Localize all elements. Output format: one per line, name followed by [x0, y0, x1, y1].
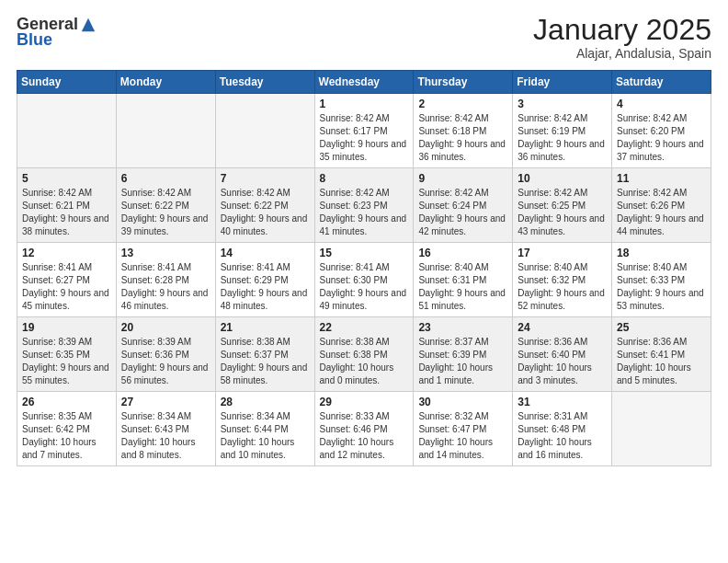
calendar-day: 10Sunrise: 8:42 AM Sunset: 6:25 PM Dayli… — [513, 168, 612, 243]
day-number: 1 — [320, 98, 409, 110]
day-info: Sunrise: 8:34 AM Sunset: 6:43 PM Dayligh… — [121, 410, 210, 462]
day-number: 30 — [418, 396, 507, 408]
day-info: Sunrise: 8:42 AM Sunset: 6:21 PM Dayligh… — [22, 187, 111, 238]
calendar-day: 30Sunrise: 8:32 AM Sunset: 6:47 PM Dayli… — [414, 392, 513, 466]
header-sunday: Sunday — [17, 71, 117, 94]
day-number: 13 — [121, 247, 210, 259]
day-info: Sunrise: 8:31 AM Sunset: 6:48 PM Dayligh… — [518, 410, 607, 462]
day-number: 21 — [221, 321, 310, 334]
day-info: Sunrise: 8:41 AM Sunset: 6:27 PM Dayligh… — [22, 261, 111, 313]
day-number: 11 — [617, 172, 706, 185]
page: General Blue January 2025 Alajar, Andalu… — [0, 0, 728, 563]
calendar-day: 19Sunrise: 8:39 AM Sunset: 6:35 PM Dayli… — [17, 317, 117, 392]
calendar-day: 25Sunrise: 8:36 AM Sunset: 6:41 PM Dayli… — [612, 317, 711, 392]
header-thursday: Thursday — [414, 71, 513, 94]
day-info: Sunrise: 8:41 AM Sunset: 6:29 PM Dayligh… — [221, 261, 310, 313]
day-number: 23 — [418, 321, 507, 334]
day-info: Sunrise: 8:42 AM Sunset: 6:18 PM Dayligh… — [418, 112, 507, 164]
day-info: Sunrise: 8:38 AM Sunset: 6:37 PM Dayligh… — [221, 336, 310, 387]
calendar-week-row: 19Sunrise: 8:39 AM Sunset: 6:35 PM Dayli… — [17, 317, 711, 392]
day-info: Sunrise: 8:41 AM Sunset: 6:28 PM Dayligh… — [121, 261, 210, 313]
calendar-day: 9Sunrise: 8:42 AM Sunset: 6:24 PM Daylig… — [414, 168, 513, 243]
calendar-day: 15Sunrise: 8:41 AM Sunset: 6:30 PM Dayli… — [314, 243, 414, 317]
calendar-day: 29Sunrise: 8:33 AM Sunset: 6:46 PM Dayli… — [314, 392, 414, 466]
day-info: Sunrise: 8:42 AM Sunset: 6:17 PM Dayligh… — [320, 112, 409, 164]
day-info: Sunrise: 8:32 AM Sunset: 6:47 PM Dayligh… — [418, 410, 507, 462]
logo: General Blue — [17, 15, 97, 50]
day-number: 9 — [418, 172, 507, 185]
day-number: 8 — [320, 172, 409, 185]
calendar-day: 17Sunrise: 8:40 AM Sunset: 6:32 PM Dayli… — [513, 243, 612, 317]
header-monday: Monday — [116, 71, 215, 94]
day-number: 3 — [518, 98, 607, 110]
calendar-day: 21Sunrise: 8:38 AM Sunset: 6:37 PM Dayli… — [215, 317, 314, 392]
calendar-day: 5Sunrise: 8:42 AM Sunset: 6:21 PM Daylig… — [17, 168, 117, 243]
day-number: 28 — [221, 396, 310, 408]
day-number: 14 — [221, 247, 310, 259]
day-info: Sunrise: 8:41 AM Sunset: 6:30 PM Dayligh… — [320, 261, 409, 313]
header-wednesday: Wednesday — [314, 71, 414, 94]
calendar-day: 3Sunrise: 8:42 AM Sunset: 6:19 PM Daylig… — [513, 94, 612, 168]
header-tuesday: Tuesday — [215, 71, 314, 94]
calendar-day: 20Sunrise: 8:39 AM Sunset: 6:36 PM Dayli… — [116, 317, 215, 392]
day-number: 22 — [320, 321, 409, 334]
day-number: 20 — [121, 321, 210, 334]
day-info: Sunrise: 8:42 AM Sunset: 6:26 PM Dayligh… — [617, 187, 706, 238]
weekday-header-row: Sunday Monday Tuesday Wednesday Thursday… — [17, 71, 711, 94]
logo-blue-text: Blue — [17, 30, 52, 50]
calendar-week-row: 5Sunrise: 8:42 AM Sunset: 6:21 PM Daylig… — [17, 168, 711, 243]
day-info: Sunrise: 8:40 AM Sunset: 6:31 PM Dayligh… — [418, 261, 507, 313]
calendar-day — [116, 94, 215, 168]
calendar-day — [17, 94, 117, 168]
calendar-week-row: 1Sunrise: 8:42 AM Sunset: 6:17 PM Daylig… — [17, 94, 711, 168]
day-number: 18 — [617, 247, 706, 259]
logo-icon — [80, 17, 97, 33]
day-info: Sunrise: 8:42 AM Sunset: 6:23 PM Dayligh… — [320, 187, 409, 238]
header-saturday: Saturday — [612, 71, 711, 94]
header-friday: Friday — [513, 71, 612, 94]
calendar-day: 16Sunrise: 8:40 AM Sunset: 6:31 PM Dayli… — [414, 243, 513, 317]
day-number: 15 — [320, 247, 409, 259]
day-info: Sunrise: 8:34 AM Sunset: 6:44 PM Dayligh… — [221, 410, 310, 462]
day-number: 24 — [518, 321, 607, 334]
title-area: January 2025 Alajar, Andalusia, Spain — [533, 15, 711, 61]
day-number: 16 — [418, 247, 507, 259]
day-number: 5 — [22, 172, 111, 185]
day-info: Sunrise: 8:42 AM Sunset: 6:22 PM Dayligh… — [121, 187, 210, 238]
calendar-day: 4Sunrise: 8:42 AM Sunset: 6:20 PM Daylig… — [612, 94, 711, 168]
day-number: 17 — [518, 247, 607, 259]
header: General Blue January 2025 Alajar, Andalu… — [17, 15, 711, 61]
day-number: 25 — [617, 321, 706, 334]
day-info: Sunrise: 8:42 AM Sunset: 6:22 PM Dayligh… — [221, 187, 310, 238]
day-info: Sunrise: 8:40 AM Sunset: 6:32 PM Dayligh… — [518, 261, 607, 313]
day-info: Sunrise: 8:37 AM Sunset: 6:39 PM Dayligh… — [418, 336, 507, 387]
day-info: Sunrise: 8:42 AM Sunset: 6:24 PM Dayligh… — [418, 187, 507, 238]
svg-marker-0 — [82, 17, 95, 30]
calendar-day: 26Sunrise: 8:35 AM Sunset: 6:42 PM Dayli… — [17, 392, 117, 466]
day-number: 19 — [22, 321, 111, 334]
day-number: 10 — [518, 172, 607, 185]
calendar-day: 8Sunrise: 8:42 AM Sunset: 6:23 PM Daylig… — [314, 168, 414, 243]
month-title: January 2025 — [533, 15, 711, 44]
calendar-day: 2Sunrise: 8:42 AM Sunset: 6:18 PM Daylig… — [414, 94, 513, 168]
day-info: Sunrise: 8:38 AM Sunset: 6:38 PM Dayligh… — [320, 336, 409, 387]
day-info: Sunrise: 8:36 AM Sunset: 6:41 PM Dayligh… — [617, 336, 706, 387]
calendar-day: 12Sunrise: 8:41 AM Sunset: 6:27 PM Dayli… — [17, 243, 117, 317]
day-info: Sunrise: 8:33 AM Sunset: 6:46 PM Dayligh… — [320, 410, 409, 462]
calendar-day: 7Sunrise: 8:42 AM Sunset: 6:22 PM Daylig… — [215, 168, 314, 243]
calendar-day: 11Sunrise: 8:42 AM Sunset: 6:26 PM Dayli… — [612, 168, 711, 243]
day-info: Sunrise: 8:40 AM Sunset: 6:33 PM Dayligh… — [617, 261, 706, 313]
day-number: 6 — [121, 172, 210, 185]
calendar-day: 13Sunrise: 8:41 AM Sunset: 6:28 PM Dayli… — [116, 243, 215, 317]
day-info: Sunrise: 8:42 AM Sunset: 6:25 PM Dayligh… — [518, 187, 607, 238]
day-number: 26 — [22, 396, 111, 408]
calendar-day: 28Sunrise: 8:34 AM Sunset: 6:44 PM Dayli… — [215, 392, 314, 466]
calendar-day: 14Sunrise: 8:41 AM Sunset: 6:29 PM Dayli… — [215, 243, 314, 317]
calendar-week-row: 12Sunrise: 8:41 AM Sunset: 6:27 PM Dayli… — [17, 243, 711, 317]
day-info: Sunrise: 8:36 AM Sunset: 6:40 PM Dayligh… — [518, 336, 607, 387]
day-info: Sunrise: 8:42 AM Sunset: 6:20 PM Dayligh… — [617, 112, 706, 164]
calendar-day: 31Sunrise: 8:31 AM Sunset: 6:48 PM Dayli… — [513, 392, 612, 466]
location-subtitle: Alajar, Andalusia, Spain — [533, 46, 711, 61]
day-number: 29 — [320, 396, 409, 408]
day-number: 4 — [617, 98, 706, 110]
